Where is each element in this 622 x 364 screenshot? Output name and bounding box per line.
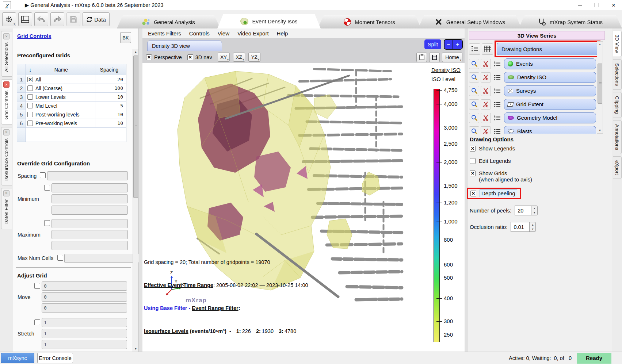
error-console-button[interactable]: Error Console [37, 353, 73, 363]
perspective-checkbox[interactable] [146, 54, 152, 60]
density-3d-view-tab[interactable]: Density 3D view [147, 40, 222, 51]
split-button[interactable]: Split [424, 39, 441, 49]
stretch-input[interactable]: 1 [42, 329, 127, 338]
minimum-y-input[interactable] [51, 194, 128, 203]
table-row[interactable]: 6 Pre-working levels 10 [17, 119, 126, 128]
plane-view-button[interactable]: XZ [233, 53, 245, 62]
max-num-cells-input[interactable] [64, 254, 142, 263]
series-settings-button[interactable] [492, 72, 503, 83]
minimum-z-input[interactable] [51, 206, 128, 215]
peels-stepper[interactable]: ▲▼ [531, 206, 538, 215]
layout-button[interactable] [18, 12, 32, 26]
table-row[interactable]: 4 Mid Level 5 [17, 101, 126, 110]
right-dock-tab[interactable]: Selections [613, 59, 622, 90]
clip-series-button[interactable] [481, 126, 491, 134]
table-row[interactable]: 3 Lower Levels 10 [17, 93, 126, 101]
corner-header-cell[interactable] [17, 64, 26, 75]
main-tab[interactable]: Moment Tensors [318, 15, 421, 28]
stretch-input[interactable]: 1 [42, 340, 127, 349]
home-button[interactable]: Home [442, 53, 462, 62]
max-num-cells-checkbox[interactable] [57, 255, 63, 261]
stretch-input[interactable]: 1 [42, 318, 127, 327]
series-settings-button[interactable] [492, 126, 503, 134]
stretch-checkbox[interactable] [34, 319, 40, 325]
series-settings-button[interactable] [492, 86, 503, 96]
panel-splitter[interactable] [139, 28, 142, 352]
clip-series-button[interactable] [481, 72, 491, 83]
table-row[interactable]: 5 Post-working levels 10 [17, 110, 126, 119]
menu-item[interactable]: Controls [185, 30, 214, 37]
maximum-y-input[interactable] [51, 230, 128, 239]
peels-input[interactable]: 20 [515, 206, 531, 215]
nav3d-checkbox[interactable] [187, 54, 193, 60]
drawing-option-checkbox[interactable] [470, 170, 476, 176]
drawing-options-button[interactable]: Drawing Options [497, 43, 598, 55]
main-tab[interactable]: mXrap System Status [519, 15, 622, 28]
minimum-x-input[interactable] [51, 183, 128, 192]
override-spacing-input[interactable] [47, 171, 128, 180]
menu-item[interactable]: View [214, 30, 233, 37]
series-settings-button[interactable] [492, 113, 503, 123]
event-range-filter-link[interactable]: Event Range Filter [192, 305, 238, 311]
undo-button[interactable] [34, 12, 48, 26]
clip-series-button[interactable] [481, 59, 491, 69]
remove-view-button[interactable]: − [444, 40, 453, 49]
main-tab[interactable]: Event Density Isos [217, 14, 321, 28]
clip-series-button[interactable] [481, 86, 491, 96]
series-settings-button[interactable] [492, 59, 503, 69]
row-checkbox[interactable] [27, 77, 33, 82]
series-button[interactable]: Geometry Model [504, 112, 596, 123]
row-checkbox[interactable] [27, 120, 33, 126]
row-checkbox[interactable] [27, 85, 33, 91]
base-filter-link[interactable]: Using Base Filter - [144, 305, 192, 311]
zoom-to-series-button[interactable] [469, 113, 479, 123]
left-panel-scrollbar[interactable]: ▲ ▼ [133, 49, 138, 352]
override-spacing-checkbox[interactable] [40, 172, 46, 178]
settings-gear-button[interactable] [2, 12, 16, 26]
close-icon[interactable] [3, 81, 9, 88]
close-icon[interactable] [605, 0, 622, 10]
series-scrollbar[interactable]: ▲ ▼ [597, 41, 603, 134]
right-dock-tab[interactable]: eXport [613, 156, 622, 179]
zoom-to-series-button[interactable] [469, 86, 479, 96]
left-dock-tab[interactable]: Dates Filter [1, 188, 12, 229]
menu-item[interactable]: Events Filters [144, 30, 185, 37]
series-button[interactable]: Grid Extent [504, 99, 596, 110]
move-input[interactable]: 0 [42, 292, 127, 302]
series-button[interactable]: Surveys [504, 85, 596, 96]
drawing-option-checkbox[interactable] [470, 158, 476, 164]
left-dock-tab[interactable]: Isosurface Controls [1, 127, 12, 185]
name-header-cell[interactable]: ↓ Name [26, 64, 95, 75]
right-dock-tab[interactable]: Annotations [613, 120, 622, 154]
row-checkbox[interactable] [27, 112, 33, 117]
save-view-button[interactable] [429, 53, 440, 62]
mxsync-button[interactable]: mXsync [1, 353, 34, 363]
menu-item[interactable]: Video Export [233, 30, 273, 37]
clip-series-button[interactable] [481, 99, 491, 110]
series-settings-button[interactable] [492, 99, 503, 110]
row-checkbox[interactable] [27, 94, 33, 100]
drawing-option-checkbox[interactable] [470, 191, 476, 196]
plane-view-button[interactable]: YZ [248, 53, 260, 62]
drawing-option-checkbox[interactable] [470, 146, 476, 152]
override-maximum-checkbox[interactable] [44, 220, 50, 226]
table-row[interactable]: 1 All 20 [17, 75, 126, 84]
close-icon[interactable] [3, 129, 9, 135]
clip-series-button[interactable] [481, 113, 491, 123]
right-dock-tab[interactable]: 3D View [613, 31, 622, 57]
maximum-x-input[interactable] [51, 219, 128, 228]
copy-view-button[interactable] [416, 53, 427, 62]
bk-button[interactable]: BK [120, 32, 131, 43]
save-button[interactable] [66, 12, 80, 26]
spacing-header-cell[interactable]: Spacing [95, 64, 126, 75]
series-button[interactable]: Events [504, 58, 596, 69]
close-icon[interactable] [3, 33, 9, 39]
minimize-icon[interactable] [572, 0, 588, 10]
3d-viewport[interactable]: Z Y X mXrap Density ISO ISO Level 4,750 [142, 63, 465, 352]
main-tab[interactable]: General Analysis [117, 15, 220, 28]
zoom-to-series-button[interactable] [469, 99, 479, 110]
occlusion-stepper[interactable]: ▲▼ [530, 222, 536, 232]
data-refresh-button[interactable]: Data [83, 12, 110, 26]
close-icon[interactable] [3, 190, 9, 196]
table-row[interactable]: 2 All (Coarse) 100 [17, 84, 126, 93]
